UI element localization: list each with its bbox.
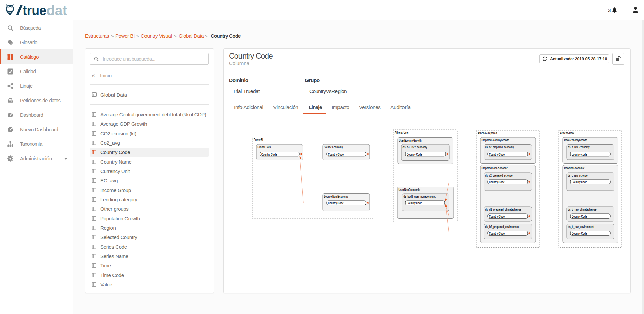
svg-text:ds_b_raw_environment: ds_b_raw_environment bbox=[568, 225, 594, 229]
svg-text:Source Economy: Source Economy bbox=[324, 145, 343, 149]
svg-text:ds_c2_prepared_science: ds_c2_prepared_science bbox=[485, 173, 513, 177]
svg-text:country code: country code bbox=[572, 152, 587, 156]
svg-text:Country Code: Country Code bbox=[328, 201, 344, 205]
svg-text:Global Data: Global Data bbox=[258, 145, 271, 149]
svg-text:Athena-Prepared: Athena-Prepared bbox=[478, 131, 497, 135]
svg-text:Country Code: Country Code bbox=[261, 152, 277, 156]
svg-text:Country Code: Country Code bbox=[489, 180, 505, 184]
svg-text:Country Code: Country Code bbox=[489, 152, 505, 156]
svg-text:RawNonEconomic: RawNonEconomic bbox=[564, 166, 585, 170]
svg-text:PowerBI: PowerBI bbox=[254, 138, 263, 142]
svg-text:ds_a_raw_economy: ds_a_raw_economy bbox=[568, 145, 590, 149]
svg-text:ds_bcd3_user_noneconomic: ds_bcd3_user_noneconomic bbox=[404, 194, 436, 198]
svg-text:ds_c_raw_science: ds_c_raw_science bbox=[568, 173, 588, 177]
svg-text:PreparedNonEconomic: PreparedNonEconomic bbox=[482, 166, 508, 170]
svg-text:PreparedEconmyGrowth: PreparedEconmyGrowth bbox=[482, 138, 509, 142]
svg-text:Country Code: Country Code bbox=[407, 152, 422, 156]
svg-text:ds_d_raw_climatechange: ds_d_raw_climatechange bbox=[568, 207, 597, 211]
svg-text:Country Code: Country Code bbox=[572, 180, 587, 184]
svg-text:ds_b2_prepared_environment: ds_b2_prepared_environment bbox=[485, 225, 520, 229]
svg-text:Country Code: Country Code bbox=[572, 214, 587, 218]
svg-text:Country Code: Country Code bbox=[572, 231, 587, 235]
svg-text:UserNonEconomic: UserNonEconomic bbox=[399, 188, 420, 192]
svg-text:UserEconmyGrowth: UserEconmyGrowth bbox=[399, 138, 422, 142]
svg-text:Country Code: Country Code bbox=[489, 231, 505, 235]
svg-text:Country Code: Country Code bbox=[328, 152, 344, 156]
svg-text:Source Non Economy: Source Non Economy bbox=[324, 194, 348, 198]
svg-text:Athena-Raw: Athena-Raw bbox=[560, 131, 574, 135]
svg-text:ds_d2_prepared_climatechange: ds_d2_prepared_climatechange bbox=[485, 207, 521, 211]
svg-text:ds_a2_prepared_economy: ds_a2_prepared_economy bbox=[485, 145, 514, 149]
svg-text:ds_a3_user_economy: ds_a3_user_economy bbox=[403, 145, 427, 149]
svg-text:RawEconomyGrowth: RawEconomyGrowth bbox=[564, 138, 587, 142]
svg-text:Athena-User: Athena-User bbox=[395, 130, 409, 134]
svg-text:Country Code: Country Code bbox=[407, 201, 422, 205]
svg-text:Country Code: Country Code bbox=[489, 214, 505, 218]
